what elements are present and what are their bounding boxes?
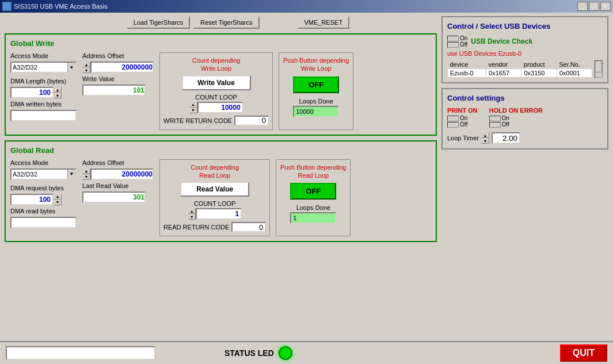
- read-value-button[interactable]: Read Value: [180, 182, 249, 197]
- loop-timer-up[interactable]: ▲: [481, 132, 489, 138]
- access-mode-arrow-w[interactable]: ▼: [67, 63, 75, 72]
- toggle-off-indicator[interactable]: Off: [447, 41, 467, 48]
- dma-length-input-w[interactable]: [10, 87, 54, 98]
- write-value-button[interactable]: Write Value: [182, 75, 251, 90]
- toggle-on-indicator[interactable]: On: [447, 35, 467, 41]
- usb-table-scrollbar[interactable]: [595, 60, 603, 78]
- global-read-section: Global Read Access Mode A32/D32 ▼ DMA re…: [5, 140, 437, 243]
- usb-table-container: device vendor product Ser.No. Ezusb-0 0x…: [447, 60, 603, 78]
- read-off-button[interactable]: OFF: [290, 183, 336, 200]
- access-mode-combo-w[interactable]: A32/D32 ▼: [10, 62, 77, 73]
- write-value-input[interactable]: [82, 85, 146, 96]
- global-read-inner: Access Mode A32/D32 ▼ DMA request bytes …: [10, 159, 431, 237]
- hold-on-off-box[interactable]: [489, 122, 501, 128]
- count-read-box: Count dependingRead Loop Read Value COUN…: [159, 159, 270, 237]
- print-on-on-box[interactable]: [447, 116, 459, 121]
- cell-device: Ezusb-0: [448, 69, 486, 78]
- write-return-input[interactable]: [234, 116, 269, 126]
- hold-on-error-toggle[interactable]: On Off: [489, 115, 543, 128]
- dma-length-spinner-w[interactable]: ▲ ▼: [10, 87, 77, 98]
- address-offset-input-w[interactable]: [90, 62, 154, 73]
- addr-down-w[interactable]: ▼: [82, 67, 90, 73]
- dma-length-label-w: DMA Length (bytes): [10, 78, 77, 85]
- vme-reset-button[interactable]: VME_RESET: [298, 16, 350, 29]
- col-vendor: vendor: [486, 60, 521, 69]
- dma-length-spinbtns-w[interactable]: ▲ ▼: [54, 87, 62, 98]
- col-serno: Ser.No.: [557, 60, 592, 69]
- control-usb-title: Control / Select USB Devices: [447, 22, 603, 30]
- loop-timer-input[interactable]: [492, 132, 520, 144]
- hold-on-off[interactable]: Off: [489, 121, 543, 128]
- toggle-on-box[interactable]: [447, 36, 459, 41]
- dma-length-down-w[interactable]: ▼: [54, 93, 62, 98]
- count-loop-spinner-w[interactable]: ▲ ▼: [163, 102, 269, 113]
- hold-on-off-label: Off: [502, 121, 509, 128]
- global-write-section: Global Write Access Mode A32/D32 ▼ DMA L…: [5, 33, 437, 136]
- read-return-input[interactable]: [231, 222, 266, 232]
- usb-check-row: On Off USB Device Check: [447, 35, 603, 48]
- window-controls[interactable]: _ □ ✕: [577, 2, 611, 11]
- print-on-label: PRINT ON: [447, 107, 478, 114]
- dma-read-label: DMA read bytes: [10, 208, 77, 214]
- address-offset-input-r[interactable]: [90, 168, 154, 180]
- addr-down-r[interactable]: ▼: [82, 174, 90, 180]
- window-title: SIS3150 USB VME Access Basis: [14, 3, 108, 10]
- address-offset-spinner-w[interactable]: ▲ ▼: [82, 62, 154, 73]
- scrollbar-thumb[interactable]: [595, 61, 602, 72]
- load-tigersharcs-button[interactable]: Load TigerSharcs: [127, 16, 190, 29]
- addr-spinbtns-w[interactable]: ▲ ▼: [82, 62, 90, 73]
- count-loop-down-w[interactable]: ▼: [189, 108, 197, 113]
- count-loop-up-w[interactable]: ▲: [189, 102, 197, 108]
- last-read-input[interactable]: [82, 191, 146, 203]
- print-on-on[interactable]: On: [447, 115, 478, 121]
- loop-timer-row: Loop Timer ▲ ▼: [447, 132, 603, 144]
- toggle-off-box[interactable]: [447, 42, 459, 48]
- usb-toggle[interactable]: On Off: [447, 35, 467, 48]
- title-bar-left: SIS3150 USB VME Access Basis: [2, 2, 108, 11]
- print-on-toggle[interactable]: On Off: [447, 115, 478, 128]
- access-mode-arrow-r[interactable]: ▼: [67, 170, 75, 179]
- dma-request-spinner[interactable]: ▲ ▼: [10, 194, 77, 205]
- minimize-button[interactable]: _: [577, 2, 588, 11]
- title-bar: SIS3150 USB VME Access Basis _ □ ✕: [0, 0, 613, 13]
- right-panel: Control / Select USB Devices On Off USB …: [441, 16, 608, 247]
- addr-up-r[interactable]: ▲: [82, 168, 90, 174]
- dma-length-up-w[interactable]: ▲: [54, 87, 62, 93]
- count-loop-input-r[interactable]: [196, 208, 242, 220]
- dma-written-input[interactable]: 0: [10, 110, 77, 121]
- address-offset-spinner-r[interactable]: ▲ ▼: [82, 168, 154, 180]
- reset-tigersharcs-button[interactable]: Reset TigerSharcs: [193, 16, 259, 29]
- quit-button[interactable]: QUIT: [560, 344, 607, 362]
- maximize-button[interactable]: □: [589, 2, 599, 11]
- dma-request-up[interactable]: ▲: [54, 194, 62, 200]
- close-button[interactable]: ✕: [600, 2, 611, 11]
- dma-request-input[interactable]: [10, 194, 54, 205]
- count-loop-down-r[interactable]: ▼: [188, 214, 196, 220]
- hold-on-on-box[interactable]: [489, 116, 501, 121]
- loops-done-input-r[interactable]: [290, 212, 336, 224]
- loop-timer-down[interactable]: ▼: [481, 138, 489, 144]
- push-read-title: Push Button dependingRead Loop: [280, 163, 347, 180]
- addr-up-w[interactable]: ▲: [82, 62, 90, 67]
- usb-devices-use: use USB Devices Ezusb-0: [447, 50, 603, 57]
- hold-on-error-label: HOLD ON ERROR: [489, 107, 543, 114]
- dma-request-down[interactable]: ▼: [54, 200, 62, 205]
- push-read-col: Push Button dependingRead Loop OFF Loops…: [276, 159, 351, 237]
- count-loop-input-w[interactable]: [197, 102, 243, 113]
- print-on-col: PRINT ON On Off: [447, 107, 478, 128]
- write-value-label: Write Value: [82, 75, 154, 82]
- dma-request-spinbtns[interactable]: ▲ ▼: [54, 194, 62, 205]
- write-off-button[interactable]: OFF: [293, 76, 339, 93]
- access-mode-combo-r[interactable]: A32/D32 ▼: [10, 168, 77, 180]
- print-on-off-box[interactable]: [447, 122, 459, 128]
- dma-read-input[interactable]: 0: [10, 217, 77, 228]
- print-on-off[interactable]: Off: [447, 121, 478, 128]
- hold-on-on[interactable]: On: [489, 115, 543, 121]
- write-return-label: WRITE RETURN CODE: [163, 117, 232, 124]
- count-loop-label-w: COUNT LOOP: [163, 94, 269, 101]
- count-loop-spinner-r[interactable]: ▲ ▼: [163, 208, 266, 220]
- loops-done-input-w[interactable]: [293, 106, 339, 117]
- app-icon: [2, 2, 12, 11]
- status-bar: STATUS LED QUIT: [0, 341, 613, 364]
- count-loop-up-r[interactable]: ▲: [188, 208, 196, 214]
